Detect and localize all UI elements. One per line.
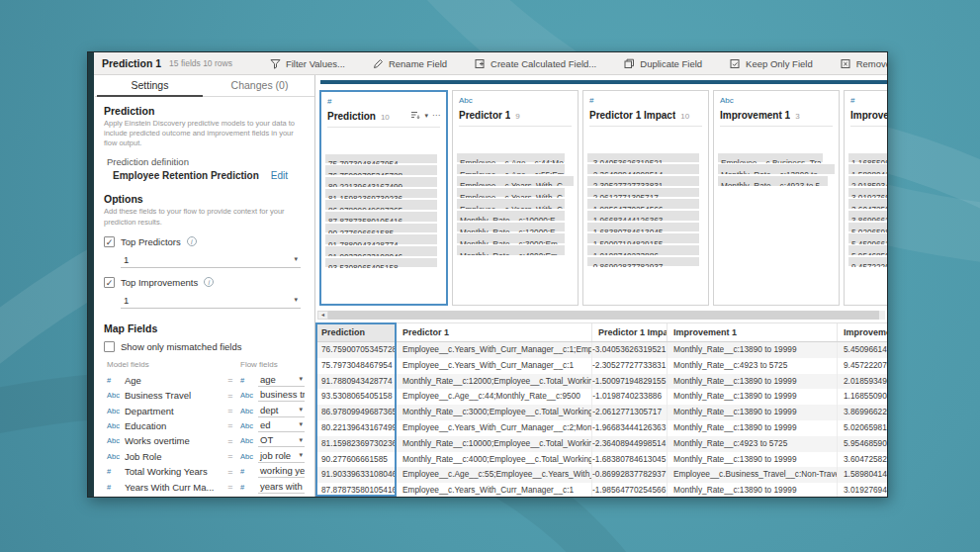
cell-predictor-1-impact[interactable]: -2.0612771305717 — [592, 405, 668, 420]
cell-improvement-1[interactable]: Employee__c.Business_Travel__c:Non-Trave — [668, 467, 838, 483]
column-header-prediction[interactable]: Prediction — [315, 323, 397, 341]
flow-field-select[interactable]: job role ▾ — [258, 450, 305, 463]
profile-value[interactable]: Monthly_Rate__c:4923 to 5... — [718, 175, 835, 186]
remove-field-button[interactable]: Remove Field — [827, 52, 888, 74]
cell-improvement-1[interactable]: Monthly_Rate__c:13890 to 19999 — [668, 342, 838, 358]
profile-value[interactable]: Monthly_Rate__c:13890 to ... — [718, 164, 835, 175]
cell-predictor-1[interactable]: Employee__c.Years_With_Curr_Manager__c:1… — [397, 342, 592, 358]
cell-prediction[interactable]: 91.7880943428774 — [315, 374, 397, 390]
flow-field-select[interactable]: age ▾ — [258, 374, 305, 387]
profile-value[interactable]: 5.9546859 — [848, 245, 888, 256]
show-mismatched-checkbox[interactable] — [104, 341, 115, 352]
profile-value[interactable]: 2.0185934 — [848, 175, 888, 186]
profile-value[interactable]: 5.4509661 — [848, 233, 888, 244]
profile-value[interactable]: Monthly_Rate__c:4000;Em... — [457, 245, 574, 256]
cell-predictor-1-impact[interactable]: -2.36408944998514 — [592, 436, 668, 452]
cell-improvement-1[interactable]: Monthly_Rate__c:13890 to 19999 — [668, 483, 838, 498]
profile-value[interactable]: 5.0206598 — [848, 222, 888, 232]
profile-value[interactable]: 91.90339633108046 — [325, 246, 442, 257]
profile-card-improvement-impact[interactable]: # Improvement 1.1685509 — [844, 90, 888, 306]
flow-field-select[interactable]: ed ▾ — [258, 419, 305, 432]
profile-pane-scrollbar[interactable] — [320, 80, 888, 84]
cell-improvement[interactable]: 5.0206598169 — [838, 420, 888, 436]
create-calculated-field-button[interactable]: Create Calculated Field... — [461, 52, 610, 74]
column-header-improvement[interactable]: Improvement — [838, 323, 888, 341]
scrollbar-thumb[interactable] — [328, 311, 879, 320]
flow-field-select[interactable]: OT ▾ — [258, 434, 305, 447]
cell-improvement[interactable]: 3.8699662261 — [838, 405, 888, 420]
cell-prediction[interactable]: 86.97809949687365 — [315, 405, 397, 420]
cell-prediction[interactable]: 80.22139643167499 — [315, 420, 397, 436]
profile-value[interactable]: 93.5308065405158 — [325, 257, 442, 268]
profile-value[interactable]: 80.22139643167499 — [325, 176, 442, 187]
filter-values-button[interactable]: Filter Values... — [256, 52, 359, 74]
cell-predictor-1[interactable]: Employee__c.Years_With_Curr_Manager__c:1 — [397, 358, 592, 374]
cell-improvement-1[interactable]: Monthly_Rate__c:13890 to 19999 — [668, 405, 838, 420]
cell-prediction[interactable]: 93.5308065405158 — [315, 389, 397, 405]
profile-value[interactable]: Employee__c.Age__c:44;Mo... — [457, 152, 574, 163]
profile-card-prediction[interactable]: # Prediction 10 ▾ ⋯ — [319, 90, 448, 306]
cell-improvement[interactable]: 3.6047258279 — [838, 452, 888, 468]
rename-field-button[interactable]: Rename Field — [359, 52, 461, 74]
cell-predictor-1[interactable]: Monthly_Rate__c:4000;Employee__c.Total_W… — [397, 452, 592, 468]
top-improvements-checkbox[interactable]: ✓ — [104, 277, 115, 288]
profile-value[interactable]: -0.86992837782937 — [587, 256, 704, 267]
profile-value[interactable]: 91.7880943428774 — [325, 234, 442, 245]
cell-predictor-1-impact[interactable]: -1.98564770254566 — [592, 483, 668, 498]
cell-improvement[interactable]: 1.5898041442 — [838, 467, 888, 483]
top-improvements-count-select[interactable]: 1 ▾ — [121, 294, 301, 309]
cell-predictor-1[interactable]: Employee__c.Age__c:44;Monthly_Rate__c:95… — [397, 389, 592, 405]
cell-predictor-1-impact[interactable]: -2.30527727733831 — [592, 358, 668, 374]
cell-predictor-1[interactable]: Monthly_Rate__c:10000;Employee__c.Total_… — [397, 436, 592, 452]
cell-predictor-1[interactable]: Employee__c.Years_With_Curr_Manager__c:2… — [397, 420, 592, 436]
cell-improvement-1[interactable]: Monthly_Rate__c:13890 to 19999 — [668, 389, 838, 405]
flow-field-select[interactable]: working years ▾ — [258, 465, 305, 478]
profile-value[interactable]: -1.0198740233886 — [587, 245, 704, 256]
flow-field-select[interactable]: dept ▾ — [258, 405, 305, 417]
cell-prediction[interactable]: 87.87873580105416 — [315, 483, 397, 498]
profile-value[interactable]: -1.98564770254566 — [587, 199, 704, 210]
cell-prediction[interactable]: 81.15982369730236 — [315, 436, 397, 452]
cell-prediction[interactable]: 90.277606661585 — [315, 452, 397, 468]
flow-field-select[interactable]: business travel ▾ — [258, 389, 305, 402]
cell-prediction[interactable]: 75.7973048467954 — [315, 358, 397, 374]
top-predictors-count-select[interactable]: 1 ▾ — [121, 253, 301, 268]
profile-value[interactable]: 75.7973048467954 — [325, 153, 442, 164]
profile-value[interactable]: 81.15982369730236 — [325, 188, 442, 199]
tab-changes[interactable]: Changes (0) — [205, 75, 314, 96]
sort-icon[interactable] — [410, 111, 420, 120]
cell-predictor-1[interactable]: Employee__c.Age__c:55;Employee__c.Years_… — [397, 467, 592, 483]
cell-improvement-1[interactable]: Monthly_Rate__c:13890 to 19999 — [668, 420, 838, 436]
cell-predictor-1-impact[interactable]: -1.68380784613045 — [592, 452, 668, 468]
profile-value[interactable]: 9.4572220 — [848, 256, 888, 267]
cell-improvement[interactable]: 5.9546859079 — [838, 436, 888, 452]
profile-value[interactable]: -1.68380784613045 — [587, 222, 704, 232]
profile-value[interactable]: 87.87873580105416 — [325, 211, 442, 222]
top-predictors-checkbox[interactable]: ✓ — [104, 236, 115, 247]
cell-improvement-1[interactable]: Monthly_Rate__c:4923 to 5725 — [668, 358, 838, 374]
sort-caret-icon[interactable]: ▾ — [424, 112, 428, 120]
info-icon[interactable]: i — [204, 277, 214, 287]
profile-value[interactable]: -1.50097194829155 — [587, 233, 704, 244]
cell-improvement-1[interactable]: Monthly_Rate__c:13890 to 19999 — [668, 374, 838, 390]
cell-improvement[interactable]: 2.0185934903 — [838, 374, 888, 390]
profile-value[interactable]: -1.96683444126363 — [587, 210, 704, 221]
cell-predictor-1-impact[interactable]: -0.86992837782937 — [592, 467, 668, 483]
cell-predictor-1[interactable]: Monthly_Rate__c:12000;Employee__c.Total_… — [397, 374, 592, 390]
cell-predictor-1-impact[interactable]: -1.50097194829155 — [592, 374, 668, 390]
column-header-predictor-1-impact[interactable]: Predictor 1 Impact — [592, 323, 668, 341]
cell-improvement-1[interactable]: Monthly_Rate__c:4923 to 5725 — [668, 436, 838, 452]
profile-value[interactable]: -3.04053626319521 — [587, 152, 704, 163]
cell-prediction[interactable]: 76.75900705345728 — [315, 342, 397, 358]
profile-value[interactable]: 3.8699662 — [848, 210, 888, 221]
profile-value[interactable]: Monthly_Rate__c:3000;Em... — [457, 233, 574, 244]
cell-predictor-1[interactable]: Employee__c.Years_With_Curr_Manager__c:1 — [397, 483, 592, 498]
profile-value[interactable]: -2.30527727733831 — [587, 175, 704, 186]
profile-value[interactable]: -2.36408944998514 — [587, 164, 704, 175]
profile-value[interactable]: 1.5898041 — [848, 164, 888, 175]
column-header-predictor-1[interactable]: Predictor 1 — [397, 323, 592, 341]
edit-link[interactable]: Edit — [271, 170, 288, 181]
cell-improvement-1[interactable]: Monthly_Rate__c:13890 to 19999 — [668, 452, 838, 468]
profile-value[interactable]: 3.0192769 — [848, 187, 888, 198]
profile-value[interactable]: 90.277606661585 — [325, 223, 442, 233]
